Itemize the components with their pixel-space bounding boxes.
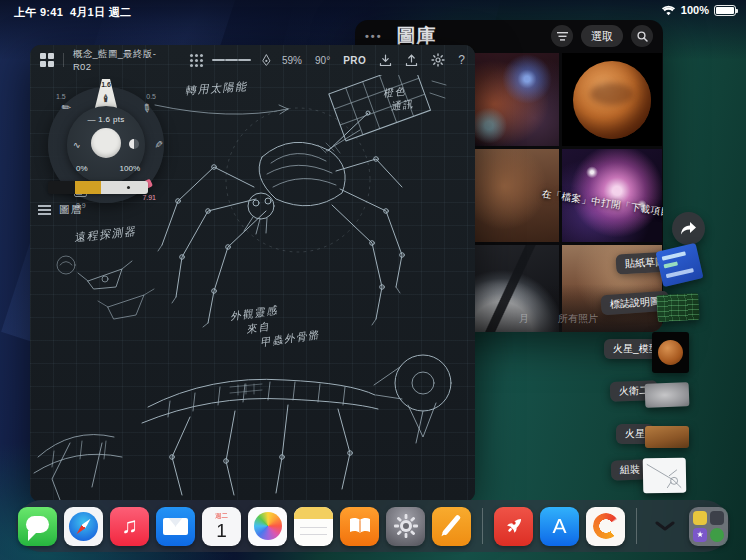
layers-label: 圖層 [59,203,82,217]
app-rocket[interactable] [494,507,533,546]
battery-percent: 100% [681,4,709,16]
opacity-icon [129,139,139,149]
app-notes[interactable] [294,507,333,546]
concepts-app-window: 概念_藍圖_最終版-R02 59% 90° PRO [30,45,475,502]
opacity-min: 0% [76,164,88,173]
gallery-grid-icon[interactable] [40,53,54,67]
export-share-icon[interactable] [405,54,418,67]
app-library-button[interactable]: ★ [689,507,728,546]
layers-menu-icon[interactable] [38,203,51,217]
battery-icon [714,5,736,16]
opacity-max: 100% [120,164,140,173]
precision-grid-icon[interactable] [190,54,203,67]
import-icon[interactable] [379,54,392,67]
thumb-deimos-rock[interactable] [645,382,690,408]
select-button[interactable]: 選取 [581,25,623,47]
document-title[interactable]: 概念_藍圖_最終版-R02 [73,48,165,72]
pen-tool-icon[interactable]: ✎ [152,140,163,148]
screen: 上午 9:41 4月1日 週二 100% ••• 圖庫 [0,0,746,560]
app-safari[interactable] [64,507,103,546]
forward-arrow-icon [680,221,697,236]
app-music[interactable]: ♫ [110,507,149,546]
search-button[interactable] [631,25,653,47]
status-date: 4月1日 週二 [70,6,131,18]
settings-gear-icon[interactable] [431,53,445,67]
status-time: 上午 9:41 [14,6,63,18]
photos-flower-icon [254,512,282,540]
app-drawing[interactable] [432,507,471,546]
wifi-icon [661,5,676,16]
thumb-assembly-sketch[interactable] [643,458,687,494]
library-mini-icon [693,511,707,525]
app-messages[interactable] [18,507,57,546]
gear-icon [393,513,419,539]
concepts-c-icon [593,513,619,539]
dock: ♫ 週二 1 [16,500,730,552]
music-note-icon: ♫ [121,513,138,539]
eraser-size: 7.91 [142,194,156,201]
window-controls-dots[interactable]: ••• [365,30,383,42]
search-icon [637,31,648,42]
envelope-icon [163,518,188,535]
thumb-mars-photo[interactable] [645,426,689,448]
library-mini-icon [710,528,724,542]
layers-panel-icon[interactable] [212,57,251,63]
zoom-level[interactable]: 59% [282,55,302,66]
stroke-size-label: — 1.6 pts [67,115,145,124]
pro-badge[interactable]: PRO [343,55,366,66]
app-mail[interactable] [156,507,195,546]
pen-icon [442,514,461,536]
app-books[interactable] [340,507,379,546]
swatch-black[interactable] [48,181,75,194]
status-bar: 上午 9:41 4月1日 週二 100% [0,0,746,24]
status-time-date: 上午 9:41 4月1日 週二 [14,5,131,20]
tool-size-right: 0.5 [146,93,156,100]
swatch-gold[interactable] [75,181,101,194]
tab-all-photos[interactable]: 所有照片 [558,312,598,326]
app-settings[interactable] [386,507,425,546]
app-app-store[interactable]: A [540,507,579,546]
thumb-mars-model[interactable] [652,332,689,373]
filter-button[interactable] [551,25,573,47]
app-calendar[interactable]: 週二 1 [202,507,241,546]
layers-row[interactable]: 圖層 [38,203,82,217]
app-concepts[interactable] [586,507,625,546]
tool-wheel-center-disc[interactable]: — 1.6 pts ∿ 0% 100% [67,106,145,184]
rocket-icon [503,515,525,537]
library-mini-icon: ★ [693,528,707,542]
filter-lines-icon [557,32,568,41]
tab-month[interactable]: 月 [519,312,529,326]
thumb-circuit-board[interactable] [656,293,699,322]
help-button[interactable]: ? [458,53,465,67]
share-forward-button[interactable] [672,212,705,245]
note-comm: 橙色 通訊 [382,83,414,114]
canvas-rotation[interactable]: 90° [315,55,330,66]
app-photos[interactable] [248,507,287,546]
library-mini-icon [710,511,724,525]
pen-nib-icon[interactable] [260,53,273,67]
chevron-down-icon [655,521,675,531]
hide-dock-chevron[interactable] [648,507,682,546]
smoothing-icon: ∿ [73,140,81,150]
dock-divider [482,508,483,544]
swatch-white[interactable] [101,181,148,194]
color-puck[interactable] [91,128,121,158]
photo-mars-globe[interactable] [562,53,662,146]
divider [63,53,64,67]
appstore-a-icon: A [552,514,566,538]
dock-divider [636,508,637,544]
open-book-icon [349,517,371,535]
tool-size-left: 1.5 [56,93,66,100]
concepts-toolbar: 概念_藍圖_最終版-R02 59% 90° PRO [30,45,475,75]
swatch-dot [127,186,130,189]
color-swatch-bar[interactable] [48,181,148,194]
calendar-day: 1 [202,521,241,541]
